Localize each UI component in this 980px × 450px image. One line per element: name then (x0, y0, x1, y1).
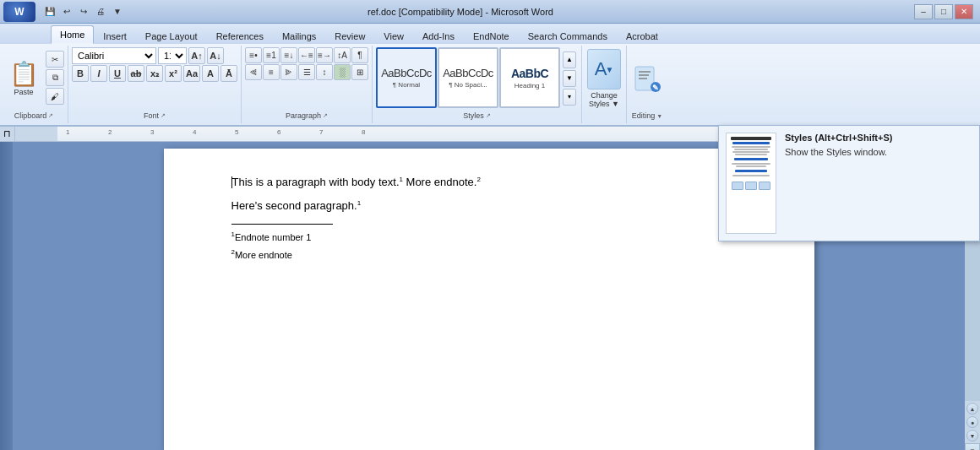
font-grow-button[interactable]: A↑ (188, 47, 205, 64)
subscript-button[interactable]: x₂ (146, 65, 163, 82)
justify-button[interactable]: ☰ (298, 64, 315, 80)
sort-button[interactable]: ↕A (334, 47, 351, 63)
styles-scroll-up[interactable]: ▲ (563, 52, 576, 68)
styles-more[interactable]: ▾ (563, 89, 576, 106)
ribbon-tabs: Home Insert Page Layout References Maili… (0, 24, 980, 44)
show-formatting-button[interactable]: ¶ (351, 47, 368, 63)
paste-label: Paste (14, 88, 33, 96)
print-button[interactable]: 🖨 (93, 3, 108, 19)
styles-scroll-down[interactable]: ▼ (563, 70, 576, 87)
tab-review[interactable]: Review (325, 27, 374, 44)
font-shrink-button[interactable]: A↓ (207, 47, 224, 64)
change-styles-icon: A ▼ (587, 49, 621, 89)
font-row1: Calibri 11 A↑ A↓ (72, 47, 224, 64)
font-size-select[interactable]: 11 (158, 47, 187, 64)
align-left-button[interactable]: ⫷ (245, 64, 262, 80)
change-case-button[interactable]: Aa (183, 65, 200, 82)
underline-button[interactable]: U (109, 65, 126, 82)
line-spacing-button[interactable]: ↕ (316, 64, 333, 80)
tab-page-layout[interactable]: Page Layout (136, 27, 207, 44)
tab-add-ins[interactable]: Add-Ins (413, 27, 464, 44)
change-styles-group[interactable]: A ▼ ChangeStyles ▼ (582, 46, 627, 123)
clipboard-expand[interactable]: ↗ (48, 112, 53, 119)
tooltip-text: Styles (Alt+Ctrl+Shift+S) Show the Style… (785, 133, 972, 234)
editing-expand[interactable]: ▼ (656, 113, 662, 119)
paragraph-label: Paragraph (286, 111, 321, 120)
style-normal[interactable]: AaBbCcDc ¶ Normal (376, 47, 437, 108)
styles-group: AaBbCcDc ¶ Normal AaBbCcDc ¶ No Spaci...… (373, 46, 582, 123)
page-content: This is a paragraph with body text.1 Mor… (231, 174, 764, 262)
window-controls: – □ ✕ (914, 4, 973, 19)
bold-button[interactable]: B (72, 65, 89, 82)
editing-icon: ✎ (630, 58, 664, 99)
format-painter-button[interactable]: 🖌 (46, 88, 64, 105)
close-button[interactable]: ✕ (955, 4, 973, 19)
styles-expand[interactable]: ↗ (486, 112, 491, 119)
change-styles-label: ChangeStyles ▼ (589, 91, 619, 108)
scroll-next-page[interactable]: ▼ (966, 430, 978, 442)
para1-text: This is a paragraph with body text.1 Mor… (232, 176, 481, 188)
ruler-corner[interactable]: ⊓ (0, 127, 15, 142)
style-normal-label: ¶ Normal (393, 81, 420, 89)
scroll-prev-page[interactable]: ▲ (966, 403, 978, 415)
tab-home[interactable]: Home (51, 25, 94, 44)
superscript-button[interactable]: x² (165, 65, 182, 82)
borders-button[interactable]: ⊞ (351, 64, 368, 80)
font-row2: B I U ab x₂ x² Aa A Ā (72, 65, 237, 82)
document-page[interactable]: This is a paragraph with body text.1 Mor… (164, 149, 814, 450)
copy-button[interactable]: ⧉ (46, 69, 64, 86)
bullets-button[interactable]: ≡• (245, 47, 262, 63)
style-normal-preview: AaBbCcDc (381, 67, 432, 79)
tab-search-commands[interactable]: Search Commands (519, 27, 617, 44)
style-heading1-label: Heading 1 (514, 82, 545, 89)
paste-button[interactable]: 📋 Paste (3, 47, 44, 109)
tab-endnote[interactable]: EndNote (464, 27, 519, 44)
quick-access-toolbar: 💾 ↩ ↪ 🖨 ▼ (42, 3, 125, 19)
qat-more-button[interactable]: ▼ (110, 3, 125, 19)
tab-insert[interactable]: Insert (94, 27, 136, 44)
style-heading1[interactable]: AaBbC Heading 1 (499, 47, 560, 108)
highlight-button[interactable]: A (202, 65, 219, 82)
tab-view[interactable]: View (374, 27, 413, 44)
strikethrough-button[interactable]: ab (128, 65, 144, 82)
tab-references[interactable]: References (207, 27, 273, 44)
shading-button[interactable]: ░ (334, 64, 351, 80)
multilevel-button[interactable]: ≡↓ (280, 47, 297, 63)
save-button[interactable]: 💾 (42, 3, 57, 19)
styles-label: Styles (463, 111, 484, 120)
endnote-2: 2More endnote (231, 247, 764, 262)
style-no-spacing[interactable]: AaBbCcDc ¶ No Spaci... (438, 47, 498, 108)
paragraph-expand[interactable]: ↗ (323, 112, 328, 119)
font-name-select[interactable]: Calibri (72, 47, 156, 64)
editing-group: ✎ Editing ▼ (627, 46, 667, 123)
increase-indent-button[interactable]: ≡→ (316, 47, 333, 63)
decrease-indent-button[interactable]: ←≡ (298, 47, 315, 63)
align-center-button[interactable]: ≡ (263, 64, 280, 80)
clipboard-group: 📋 Paste ✂ ⧉ 🖌 Clipboard ↗ (0, 46, 68, 123)
align-right-button[interactable]: ⫸ (280, 64, 297, 80)
scroll-down-button[interactable]: ▼ (965, 443, 980, 450)
tab-mailings[interactable]: Mailings (273, 27, 325, 44)
editing-label: Editing (632, 111, 656, 120)
tab-acrobat[interactable]: Acrobat (617, 27, 667, 44)
italic-button[interactable]: I (90, 65, 107, 82)
redo-button[interactable]: ↪ (76, 3, 91, 19)
svg-text:✎: ✎ (652, 84, 659, 92)
numbering-button[interactable]: ≡1 (263, 47, 280, 63)
clear-format-button[interactable]: Ā (220, 65, 237, 82)
minimize-button[interactable]: – (914, 4, 933, 19)
window-title: ref.doc [Compatibility Mode] - Microsoft… (368, 7, 553, 17)
maximize-button[interactable]: □ (934, 4, 953, 19)
tooltip-description: Show the Styles window. (785, 146, 972, 159)
scroll-extra-buttons: ▲ ● ▼ (965, 401, 980, 443)
cut-button[interactable]: ✂ (46, 51, 64, 68)
undo-button[interactable]: ↩ (59, 3, 74, 19)
styles-scroll: ▲ ▼ ▾ (561, 47, 578, 109)
style-nospace-preview: AaBbCcDc (443, 67, 493, 79)
tooltip-title: Styles (Alt+Ctrl+Shift+S) (785, 133, 972, 143)
scroll-select[interactable]: ● (966, 416, 978, 428)
style-nospace-label: ¶ No Spaci... (449, 81, 487, 89)
font-expand[interactable]: ↗ (161, 112, 166, 119)
title-bar: W 💾 ↩ ↪ 🖨 ▼ ref.doc [Compatibility Mode]… (0, 0, 980, 24)
font-group: Calibri 11 A↑ A↓ B I U ab x₂ x² Aa A (68, 46, 242, 123)
